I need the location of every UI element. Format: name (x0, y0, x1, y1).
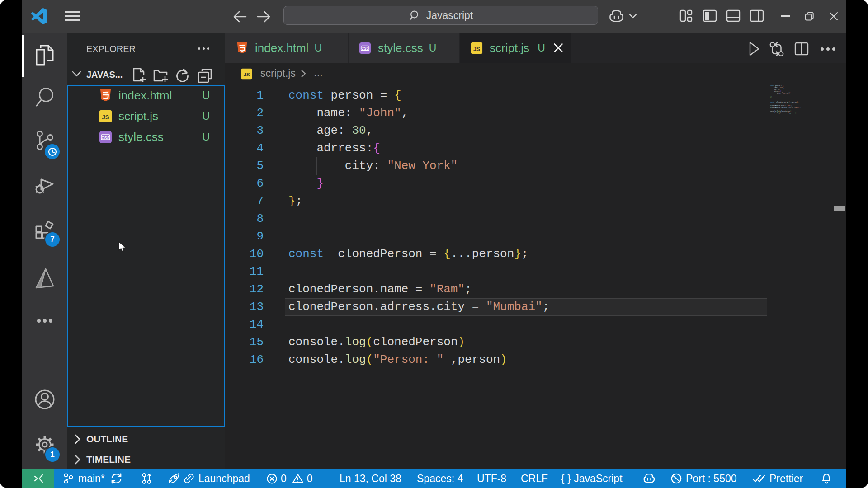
svg-text:JS: JS (102, 114, 109, 121)
svg-text:CSS: CSS (101, 136, 110, 140)
svg-text:JS: JS (473, 46, 480, 52)
svg-text:JS: JS (244, 72, 250, 77)
svg-text:CSS: CSS (361, 46, 369, 51)
